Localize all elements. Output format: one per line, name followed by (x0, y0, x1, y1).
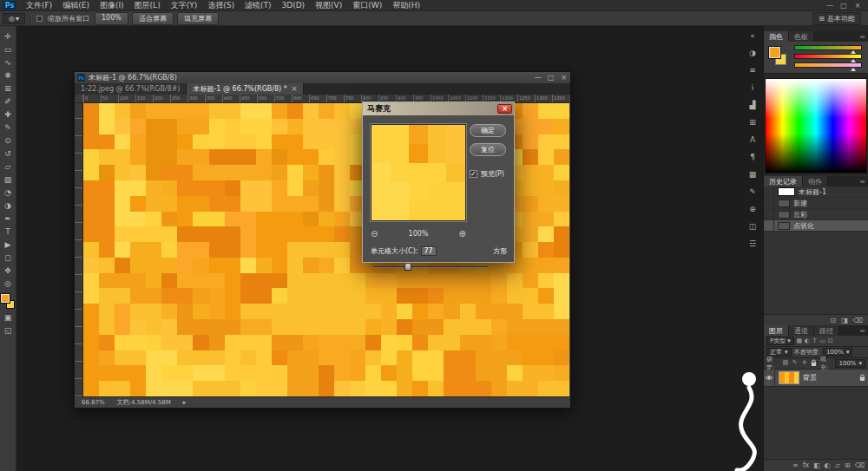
filter-pixel-layers-icon[interactable]: ▦ (796, 337, 803, 344)
clone-source-panel-icon[interactable]: ⊕ (745, 203, 760, 214)
marquee-tool[interactable]: ▭ (1, 43, 16, 56)
blur-tool[interactable]: ◔ (1, 186, 16, 199)
eyedropper-tool[interactable]: ✐ (1, 95, 16, 108)
slider-thumb[interactable] (404, 263, 411, 271)
pen-tool[interactable]: ✒ (1, 213, 16, 225)
history-item[interactable]: 新建 (764, 198, 868, 209)
gradient-tool[interactable]: ▨ (1, 173, 16, 186)
styles-panel-icon[interactable]: ≡ (745, 64, 760, 75)
filter-smart-objects-icon[interactable]: ⊡ (827, 337, 834, 344)
zoom-tool[interactable]: ◎ (1, 278, 16, 290)
menu-item[interactable]: 帮助(H) (387, 0, 425, 10)
lock-pixels-icon[interactable]: ✎ (792, 359, 799, 369)
zoom-all-windows-checkbox[interactable] (36, 16, 43, 22)
eraser-tool[interactable]: ▱ (1, 160, 16, 173)
cell-size-slider[interactable] (373, 262, 488, 271)
filter-adjustment-layers-icon[interactable]: ◐ (804, 337, 811, 344)
quick-mask-icon[interactable]: ▣ (1, 311, 16, 324)
lasso-tool[interactable]: ∿ (1, 56, 16, 69)
panel-menu-icon[interactable]: ≡ (859, 325, 868, 336)
panel-menu-icon[interactable]: ≡ (859, 176, 868, 186)
type-tool[interactable]: T (1, 226, 16, 238)
panel-tab[interactable]: 历史记录 (764, 176, 803, 186)
document-tab[interactable]: 1-22.jpeg @ 66.7%(RGB/8#) (75, 83, 187, 95)
fit-screen-button[interactable]: 适合屏幕 (132, 12, 174, 25)
add-mask-icon[interactable]: ◧ (813, 461, 820, 469)
layer-filter-kind-dropdown[interactable]: P类型 ▾ (766, 337, 794, 345)
delete-layer-icon[interactable]: ⌫ (855, 461, 865, 469)
history-brush-source-cell[interactable] (766, 186, 774, 197)
red-slider[interactable] (794, 45, 862, 50)
tab-close-icon[interactable]: × (292, 85, 298, 93)
panel-tab[interactable]: 图层 (764, 325, 789, 336)
brush-tool[interactable]: ✎ (1, 121, 16, 134)
window-maximize-button[interactable]: □ (837, 2, 851, 10)
menu-item[interactable]: 文字(Y) (166, 0, 203, 10)
cell-size-input[interactable]: 77 (421, 246, 437, 256)
shape-tool[interactable]: ◻ (1, 252, 16, 264)
active-tool-badge[interactable]: ◎ ▾ (3, 13, 25, 24)
create-document-from-state-icon[interactable]: ⊡ (830, 317, 836, 324)
channels-panel-icon[interactable]: ◫ (745, 220, 760, 232)
layer-group-icon[interactable]: ▱ (835, 461, 840, 469)
foreground-color-swatch[interactable] (1, 294, 10, 303)
menu-item[interactable]: 图层(L) (129, 0, 166, 10)
swatches-panel-icon[interactable]: ▦ (745, 168, 760, 180)
character-panel-icon[interactable]: A (745, 134, 760, 145)
menu-item[interactable]: 选择(S) (202, 0, 240, 10)
history-brush-tool[interactable]: ↺ (1, 147, 16, 160)
histogram-panel-icon[interactable]: ▟ (745, 99, 760, 110)
paragraph-panel-icon[interactable]: ¶ (745, 151, 760, 162)
screen-mode-icon[interactable]: ◱ (1, 324, 16, 337)
panel-tab[interactable]: 路径 (814, 325, 839, 336)
panel-tab[interactable]: 动作 (803, 176, 828, 186)
properties-panel-icon[interactable]: ☲ (745, 238, 760, 249)
history-brush-source-cell[interactable] (766, 220, 774, 231)
dialog-preview[interactable] (371, 124, 466, 221)
info-panel-icon[interactable]: i (745, 82, 760, 93)
menu-item[interactable]: 文件(F) (21, 0, 57, 10)
navigator-panel-icon[interactable]: ⊞ (745, 116, 760, 128)
reset-button[interactable]: 复位 (470, 143, 506, 156)
doc-maximize-button[interactable]: □ (544, 74, 557, 82)
blue-slider[interactable] (794, 62, 862, 68)
panel-tab[interactable]: 颜色 (764, 31, 789, 42)
brush-panel-icon[interactable]: ✎ (745, 186, 760, 197)
menu-item[interactable]: 窗口(W) (347, 0, 387, 10)
hand-tool[interactable]: ✥ (1, 265, 16, 277)
adjustment-layer-icon[interactable]: ◐ (825, 461, 831, 469)
preview-checkbox[interactable]: ✓ (470, 170, 477, 178)
document-titlebar[interactable]: Ps 未标题-1 @ 66.7%(RGB/8) — □ × (75, 72, 570, 83)
dialog-close-button[interactable]: × (497, 104, 512, 114)
ok-button[interactable]: 确定 (470, 124, 506, 137)
doc-minimize-button[interactable]: — (531, 74, 544, 82)
filter-shape-layers-icon[interactable]: ▭ (819, 337, 826, 344)
history-brush-source-cell[interactable] (766, 209, 774, 219)
fill-screen-button[interactable]: 填充屏幕 (177, 12, 219, 25)
clone-stamp-tool[interactable]: ⊙ (1, 134, 16, 147)
crop-tool[interactable]: ⊞ (1, 82, 16, 95)
new-layer-icon[interactable]: ⊞ (845, 461, 851, 469)
move-tool[interactable]: ✛ (1, 30, 16, 43)
panel-menu-icon[interactable]: ≡ (859, 31, 868, 42)
panel-tab[interactable]: 色板 (789, 31, 814, 42)
menu-item[interactable]: 滤镜(T) (240, 0, 277, 10)
history-brush-source-cell[interactable] (766, 198, 774, 208)
lock-position-icon[interactable]: ✛ (801, 359, 808, 369)
path-selection-tool[interactable]: ▶ (1, 239, 16, 251)
link-layers-icon[interactable]: ∞ (792, 461, 799, 469)
layer-effects-icon[interactable]: fx (803, 461, 810, 469)
dodge-tool[interactable]: ◑ (1, 200, 16, 212)
healing-brush-tool[interactable]: ✚ (1, 108, 16, 121)
collapse-panels-icon[interactable]: « (745, 29, 760, 41)
status-arrow-icon[interactable]: ▸ (183, 399, 187, 406)
panel-tab[interactable]: 通道 (789, 325, 814, 336)
adjustments-panel-icon[interactable]: ◑ (745, 47, 760, 58)
color-spectrum-picker[interactable] (765, 78, 867, 173)
zoom-100-button[interactable]: 100% (95, 12, 128, 25)
dialog-titlebar[interactable]: 马赛克 × (363, 102, 514, 115)
window-minimize-button[interactable]: — (823, 2, 837, 10)
doc-close-button[interactable]: × (557, 74, 570, 82)
slider-thumb[interactable] (851, 68, 856, 71)
fill-dropdown[interactable]: 100% ▾ (835, 359, 865, 368)
